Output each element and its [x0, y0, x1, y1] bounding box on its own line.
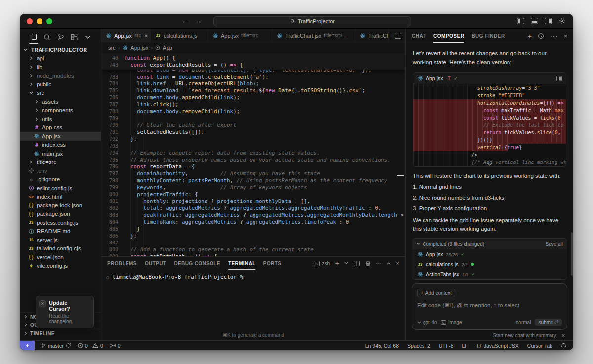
close-panel-icon[interactable]: × [396, 260, 399, 266]
toggle-right-panel-icon[interactable] [545, 18, 552, 24]
chat-input-box[interactable]: +Add context Edit code (⌘I), @ to mentio… [412, 283, 567, 330]
panel-more-actions-icon[interactable]: ··· [376, 260, 381, 266]
code-line-[interactable]: const blob = new Blob([csvContent], { ty… [101, 70, 405, 73]
status-item-javascript-jsx[interactable]: {}JavaScript JSX [476, 343, 519, 349]
maximize-panel-chevron-icon[interactable] [387, 262, 391, 265]
breadcrumb-segment[interactable]: App.jsx [130, 45, 148, 51]
changed-file-calculations-js[interactable]: JScalculations.js2/2 [412, 259, 567, 269]
nav-back-icon[interactable]: ← [182, 17, 188, 25]
tree-item-readme-md[interactable]: README.md [20, 227, 101, 236]
changed-file-app-jsx[interactable]: App.jsx26/26✓ [412, 249, 567, 259]
code-line-787[interactable]: 787 link.click(); [101, 101, 405, 108]
breadcrumb[interactable]: src›App.jsx›App [101, 42, 405, 53]
editor-tab-app-jsx[interactable]: App.jsxsrc× [101, 29, 151, 42]
tree-item--env[interactable]: .env [20, 166, 101, 175]
panel-tab-problems[interactable]: PROBLEMS [107, 257, 137, 270]
split-editor-icon[interactable] [395, 33, 401, 39]
new-terminal-icon[interactable]: + [335, 260, 339, 267]
split-terminal-icon[interactable] [354, 261, 360, 266]
chat-history-icon[interactable] [538, 33, 544, 39]
status-item-ln-945-col-68[interactable]: Ln 945, Col 68 [365, 343, 399, 349]
tree-item-src[interactable]: src [20, 89, 101, 98]
tree-item-index-css[interactable]: #index.css [20, 141, 101, 150]
code-line-791[interactable]: 791 setCachedResults([]); [101, 128, 405, 135]
tree-item-app-css[interactable]: #App.css [20, 123, 101, 132]
toggle-bottom-panel-icon[interactable] [531, 18, 538, 24]
chat-tab-composer[interactable]: COMPOSER [433, 29, 464, 43]
tree-item-package-lock-json[interactable]: {}package-lock.json [20, 201, 101, 210]
chat-input-placeholder[interactable]: Edit code (⌘I), @ to mention, ↑ to selec… [417, 302, 562, 309]
tree-item-node-modules[interactable]: node_modules [20, 72, 101, 81]
submit-button[interactable]: submit ⏎ [535, 319, 562, 326]
save-all-button[interactable]: Save all [545, 242, 563, 247]
code-line-788[interactable]: 788 document.body.removeChild(link); [101, 108, 405, 115]
completed-label[interactable]: Completed (3 files changed) [423, 242, 484, 247]
status-item-lf[interactable]: LF [462, 343, 468, 349]
code-line-798[interactable]: 798 monthlyContent: postsPerMonth, // Us… [101, 177, 405, 184]
terminal-dropdown-chevron-icon[interactable] [344, 262, 348, 265]
extensions-icon[interactable] [70, 31, 80, 43]
status-item-spaces-2[interactable]: Spaces: 2 [407, 343, 430, 349]
code-line-785[interactable]: 785 link.download = `seo-forecast-result… [101, 87, 405, 94]
image-icon[interactable]: image [441, 320, 462, 325]
changed-file-actiontabs-jsx[interactable]: ActionTabs.jsx1/1✓ [412, 269, 567, 279]
more-views-chevron-icon[interactable] [83, 31, 93, 43]
tree-item-api[interactable]: api [20, 54, 101, 63]
dismiss-footer-icon[interactable]: ✕ [561, 333, 565, 338]
code-line-805[interactable]: 805 } [101, 225, 405, 232]
code-line-808[interactable]: 808 // Add a function to generate a hash… [101, 246, 405, 253]
code-line-804[interactable]: 804 timeToRank: aggregatedMetrics ? aggr… [101, 218, 405, 225]
command-center-search[interactable]: TrafficProjector [213, 16, 411, 26]
panel-tab-ports[interactable]: PORTS [263, 257, 281, 270]
close-tab-icon[interactable]: × [144, 33, 147, 39]
collapse-chevron-icon[interactable] [416, 243, 420, 245]
nav-forward-icon[interactable]: → [195, 17, 202, 25]
code-block-filename[interactable]: App.jsx [426, 75, 443, 81]
code-line-806[interactable]: 806 }; [101, 232, 405, 239]
tree-item-lib[interactable]: lib [20, 63, 101, 72]
zoom-window-button[interactable] [46, 18, 52, 24]
tree-item-package-json[interactable]: {}package.json [20, 210, 101, 219]
code-line-783[interactable]: 783 const link = document.createElement(… [101, 73, 405, 80]
notifications-bell-icon[interactable] [561, 343, 566, 349]
tree-item-index-html[interactable]: <>index.html [20, 193, 101, 202]
status-item-cursor-tab[interactable]: Cursor Tab [527, 343, 552, 349]
tree-item-server-js[interactable]: JSserver.js [20, 236, 101, 244]
tree-item-trafficprojector[interactable]: TRAFFICPROJECTOR [20, 45, 101, 54]
breadcrumb-segment[interactable]: App [163, 45, 172, 51]
terminal-prompt[interactable]: timmetz@MacBook-Pro-8 TrafficProjector % [112, 274, 243, 280]
explorer-icon[interactable] [29, 31, 39, 43]
source-control-icon[interactable] [56, 31, 66, 43]
kill-terminal-icon[interactable] [365, 260, 371, 266]
tree-item-title-src[interactable]: title=src [20, 158, 101, 167]
code-line-790[interactable]: 790 // Clear the cache after export [101, 121, 405, 128]
open-in-editor-icon[interactable] [556, 76, 562, 81]
editor-tab-app-jsx[interactable]: App.jsxtitle=src [208, 29, 272, 42]
code-line-793[interactable]: 793 [101, 142, 405, 149]
settings-gear-icon[interactable] [558, 17, 565, 24]
expand-code-chevron-icon[interactable] [487, 162, 493, 166]
close-window-button[interactable] [27, 18, 33, 24]
toggle-left-panel-icon[interactable] [517, 18, 524, 24]
ports-status[interactable]: 0 [110, 343, 121, 349]
editor-tab-trafficcl[interactable]: TrafficCl [355, 29, 389, 42]
panel-tab-debug-console[interactable]: DEBUG CONSOLE [174, 257, 220, 270]
code-line-800[interactable]: 800 projectedTraffic: { [101, 191, 405, 198]
code-line-40[interactable]: 40function App() { [101, 54, 405, 61]
search-panel-icon[interactable] [42, 31, 52, 43]
close-chat-panel-icon[interactable]: × [564, 33, 567, 40]
code-line-809[interactable]: 809 const getDataHash = () => { [101, 253, 405, 256]
code-line-795[interactable]: 795 // Adjust these property names based… [101, 156, 405, 163]
code-line-794[interactable]: 794 // Example: compute report data from… [101, 149, 405, 156]
chat-tab-bug-finder[interactable]: BUG FINDER [471, 29, 505, 43]
tree-item-vercel-json[interactable]: {}vercel.json [20, 253, 101, 262]
code-line-792[interactable]: 792 }; [101, 135, 405, 142]
tree-item-assets[interactable]: assets [20, 97, 101, 106]
tree-item-app-jsx[interactable]: App.jsx [20, 132, 101, 141]
code-line-799[interactable]: 799 keywords, // Array of keyword object… [101, 184, 405, 191]
chat-scrollbar[interactable] [571, 232, 573, 276]
tree-item-components[interactable]: components [20, 106, 101, 115]
code-line-796[interactable]: 796 const reportData = { [101, 163, 405, 170]
code-line-786[interactable]: 786 document.body.appendChild(link); [101, 94, 405, 101]
sidebar-section-timeline[interactable]: TIMELINE [20, 329, 101, 337]
